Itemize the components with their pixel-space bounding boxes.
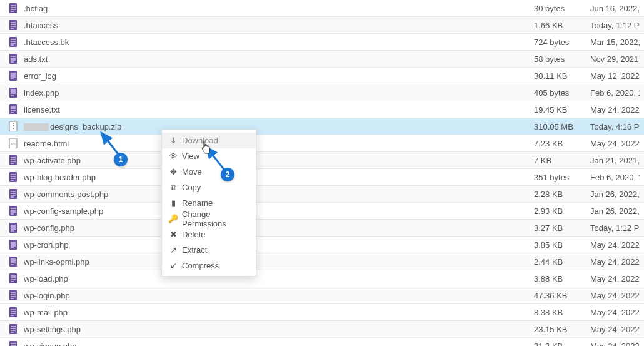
menu-item-delete[interactable]: ✖Delete — [162, 226, 256, 242]
menu-item-copy[interactable]: ⧉Copy — [162, 180, 256, 195]
svg-rect-0 — [9, 3, 17, 13]
menu-item-label: Move — [182, 167, 202, 176]
svg-rect-10 — [9, 37, 17, 47]
file-type-icon — [5, 37, 21, 47]
file-name[interactable]: ads.txt — [21, 54, 534, 64]
file-type-icon — [5, 20, 21, 30]
file-name[interactable]: wp-config.php — [21, 223, 534, 233]
file-row[interactable]: index.php405 bytesFeb 6, 2020, 1 — [0, 84, 644, 101]
file-row[interactable]: wp-cron.php3.85 KBMay 24, 2022 — [0, 237, 644, 253]
callout-2: 2 — [221, 168, 234, 181]
file-type-icon — [5, 172, 21, 182]
svg-rect-37 — [13, 125, 14, 126]
download-icon: ⬇ — [168, 136, 178, 145]
file-type-icon — [5, 189, 21, 199]
file-size: 724 bytes — [534, 38, 590, 47]
file-size: 23.15 KB — [534, 325, 590, 334]
menu-item-change-permissions[interactable]: 🔑Change Permissions — [162, 211, 256, 226]
menu-item-view[interactable]: 👁View — [162, 148, 256, 164]
file-name[interactable]: index.php — [21, 88, 534, 98]
file-name-label: license.txt — [24, 105, 60, 114]
file-name-label: wp-cron.php — [24, 240, 69, 250]
file-name[interactable]: .htaccess.bk — [21, 38, 534, 47]
svg-rect-38 — [13, 128, 14, 129]
file-name[interactable]: wp-load.php — [21, 274, 534, 283]
permissions-icon: 🔑 — [168, 214, 178, 223]
file-date: Today, 4:16 P — [590, 122, 640, 131]
menu-item-extract[interactable]: ↗Extract — [162, 242, 256, 258]
file-type-icon — [5, 307, 21, 317]
file-name-label: wp-comments-post.php — [24, 190, 108, 199]
file-name-label: wp-load.php — [24, 274, 68, 283]
file-type-icon — [5, 324, 21, 334]
svg-rect-51 — [9, 189, 17, 199]
file-size: 310.05 MB — [534, 122, 590, 131]
file-row[interactable]: designs_backup.zip310.05 MBToday, 4:16 P — [0, 118, 644, 135]
file-row[interactable]: wp-settings.php23.15 KBMay 24, 2022 — [0, 321, 644, 338]
file-row[interactable]: .htaccess.bk724 bytesMar 15, 2022, — [0, 34, 644, 51]
file-name[interactable]: wp-config-sample.php — [21, 206, 534, 216]
file-date: May 24, 2022 — [590, 325, 640, 334]
file-type-icon — [5, 223, 21, 233]
file-row[interactable]: wp-activate.php7 KBJan 21, 2021, — [0, 152, 644, 169]
file-row[interactable]: wp-config-sample.php2.93 KBJan 26, 2022, — [0, 203, 644, 220]
file-name[interactable]: license.txt — [21, 105, 534, 114]
file-date: May 24, 2022 — [590, 139, 640, 148]
redacted-text — [24, 123, 49, 131]
file-row[interactable]: wp-blog-header.php351 bytesFeb 6, 2020, … — [0, 169, 644, 186]
file-size: 3.85 KB — [534, 240, 590, 250]
file-name[interactable]: wp-blog-header.php — [21, 173, 534, 182]
context-menu: ⬇Download👁View✥Move⧉Copy▮Rename🔑Change P… — [161, 130, 256, 277]
menu-item-label: Delete — [182, 230, 206, 239]
menu-item-move[interactable]: ✥Move — [162, 164, 256, 180]
file-name[interactable]: designs_backup.zip — [21, 122, 534, 131]
file-row[interactable]: .htaccess1.66 KBToday, 1:12 P — [0, 17, 644, 34]
file-name[interactable]: wp-links-opml.php — [21, 257, 534, 267]
svg-rect-81 — [9, 290, 17, 300]
file-date: May 24, 2022 — [590, 308, 640, 317]
file-row[interactable]: wp-signup.php31.3 KBMay 24, 2022 — [0, 338, 644, 346]
file-name[interactable]: .htaccess — [21, 21, 534, 30]
copy-icon: ⧉ — [168, 183, 178, 193]
file-name[interactable]: wp-settings.php — [21, 325, 534, 334]
file-name[interactable]: wp-activate.php — [21, 156, 534, 165]
menu-item-rename[interactable]: ▮Rename — [162, 195, 256, 211]
file-date: May 12, 2022 — [590, 71, 640, 81]
file-row[interactable]: wp-config.php3.27 KBToday, 1:12 P — [0, 220, 644, 237]
file-row[interactable]: ads.txt58 bytesNov 29, 2021 — [0, 51, 644, 68]
svg-rect-66 — [9, 240, 17, 250]
menu-item-compress[interactable]: ↙Compress — [162, 258, 256, 273]
file-name-label: .hcflag — [24, 4, 48, 13]
file-name[interactable]: wp-comments-post.php — [21, 190, 534, 199]
file-row[interactable]: error_log30.11 KBMay 12, 2022 — [0, 68, 644, 84]
file-name[interactable]: readme.html — [21, 139, 534, 148]
file-row[interactable]: license.txt19.45 KBMay 24, 2022 — [0, 101, 644, 118]
file-row[interactable]: wp-mail.php8.38 KBMay 24, 2022 — [0, 304, 644, 321]
file-row[interactable]: wp-comments-post.php2.28 KBJan 26, 2022, — [0, 186, 644, 203]
file-row[interactable]: wp-links-opml.php2.44 KBMay 24, 2022 — [0, 253, 644, 270]
file-name-label: wp-activate.php — [24, 156, 81, 165]
file-date: Today, 1:12 P — [590, 21, 640, 30]
file-row[interactable]: wp-load.php3.88 KBMay 24, 2022 — [0, 270, 644, 287]
menu-item-download[interactable]: ⬇Download — [162, 133, 256, 148]
file-size: 351 bytes — [534, 173, 590, 182]
file-name[interactable]: wp-cron.php — [21, 240, 534, 250]
svg-rect-20 — [9, 71, 17, 81]
file-name[interactable]: wp-mail.php — [21, 308, 534, 317]
file-size: 7.23 KB — [534, 139, 590, 148]
file-date: May 24, 2022 — [590, 291, 640, 300]
file-type-icon — [5, 206, 21, 216]
file-row[interactable]: wp-login.php47.36 KBMay 24, 2022 — [0, 287, 644, 304]
delete-icon: ✖ — [168, 230, 178, 239]
menu-item-label: Download — [182, 136, 218, 145]
file-row[interactable]: .hcflag30 bytesJun 16, 2022, — [0, 0, 644, 17]
file-type-icon — [5, 54, 21, 64]
file-name[interactable]: wp-signup.php — [21, 342, 534, 347]
file-name[interactable]: error_log — [21, 71, 534, 81]
file-date: May 24, 2022 — [590, 105, 640, 114]
file-name[interactable]: wp-login.php — [21, 291, 534, 300]
file-name[interactable]: .hcflag — [21, 4, 534, 13]
menu-item-label: Compress — [182, 261, 219, 270]
svg-rect-86 — [9, 307, 17, 317]
file-row[interactable]: </>readme.html7.23 KBMay 24, 2022 — [0, 135, 644, 152]
